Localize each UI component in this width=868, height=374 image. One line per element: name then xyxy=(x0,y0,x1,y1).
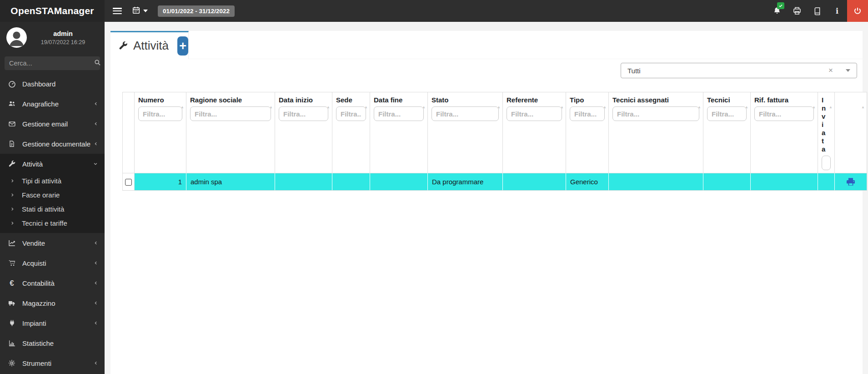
sidebar-item-vendite[interactable]: Vendite xyxy=(0,233,105,253)
filter-input-referente[interactable] xyxy=(507,106,562,121)
content-area: Attività + Tutti × Numero▲Ragione social… xyxy=(105,22,868,374)
sidebar-subitem-tecnici-e-tariffe[interactable]: Tecnici e tariffe xyxy=(0,216,105,230)
chevron-left-icon xyxy=(94,300,98,306)
column-label: Data fine xyxy=(374,96,424,104)
notifications-ok-badge xyxy=(777,2,784,9)
column-header-actions[interactable]: ▲ xyxy=(835,92,867,173)
chevron-left-icon xyxy=(94,320,98,326)
cell-sede xyxy=(332,173,370,191)
add-activity-button[interactable]: + xyxy=(177,36,188,56)
euro-icon: € xyxy=(7,279,17,287)
sidebar-item-label: Gestione email xyxy=(22,120,68,128)
sidebar-item-attivita[interactable]: Attività xyxy=(0,154,105,174)
sidebar-item-dashboard[interactable]: Dashboard xyxy=(0,74,105,94)
filter-input-tipo[interactable] xyxy=(570,106,605,121)
filter-input-inviata[interactable] xyxy=(822,156,831,170)
sidebar-item-label: Attività xyxy=(22,160,43,168)
column-header-rif_fattura[interactable]: Rif. fattura▲ xyxy=(751,92,818,173)
cart-icon xyxy=(7,259,17,267)
sidebar-item-label: Statistiche xyxy=(22,339,54,347)
user-login-datetime: 19/07/2022 16:29 xyxy=(27,39,99,45)
docs-book-icon[interactable] xyxy=(807,0,827,22)
sidebar-item-statistiche[interactable]: Statistiche xyxy=(0,333,105,353)
column-header-inviata[interactable]: Inviata▲ xyxy=(818,92,835,173)
filter-input-numero[interactable] xyxy=(138,106,182,121)
column-header-data_inizio[interactable]: Data inizio▲ xyxy=(275,92,332,173)
sidebar-item-acquisti[interactable]: Acquisti xyxy=(0,253,105,273)
period-picker[interactable] xyxy=(132,6,148,16)
table-row[interactable]: 1admin spaDa programmareGenerico xyxy=(123,173,867,191)
sidebar-item-label: Gestione documentale xyxy=(22,140,90,148)
state-filter-select[interactable]: Tutti × xyxy=(621,63,857,78)
column-header-numero[interactable]: Numero▲ xyxy=(135,92,186,173)
wrench-icon xyxy=(7,160,17,168)
sort-asc-icon: ▲ xyxy=(326,105,330,109)
sidebar-item-impianti[interactable]: Impianti xyxy=(0,313,105,333)
plug-icon xyxy=(7,319,17,327)
sidebar-item-label: Anagrafiche xyxy=(22,100,59,108)
notifications-bell-icon[interactable] xyxy=(767,0,787,22)
search-icon[interactable] xyxy=(94,59,101,68)
sidebar-item-magazzino[interactable]: Magazzino xyxy=(0,293,105,313)
sidebar-item-gestione-documentale[interactable]: Gestione documentale xyxy=(0,134,105,154)
sort-asc-icon: ▲ xyxy=(697,105,701,109)
sidebar-search xyxy=(5,56,100,70)
row-checkbox[interactable] xyxy=(125,179,132,186)
column-header-sede[interactable]: Sede▲ xyxy=(332,92,370,173)
cell-data_fine xyxy=(370,173,428,191)
cell-numero: 1 xyxy=(135,173,186,191)
sidebar-item-gestione-email[interactable]: Gestione email xyxy=(0,114,105,134)
sidebar-item-strumenti[interactable]: Strumenti xyxy=(0,353,105,373)
filter-input-data_fine[interactable] xyxy=(374,106,424,121)
print-icon[interactable] xyxy=(787,0,807,22)
sidebar-subitem-stati-di-attivita[interactable]: Stati di attività xyxy=(0,202,105,216)
tab-attivita[interactable]: Attività + xyxy=(110,31,189,59)
filter-input-tecnici[interactable] xyxy=(707,106,747,121)
sort-asc-icon: ▲ xyxy=(812,105,816,109)
calendar-icon xyxy=(132,6,140,16)
filter-input-data_inizio[interactable] xyxy=(279,106,328,121)
app-logo[interactable]: OpenSTAManager xyxy=(0,0,105,22)
search-input[interactable] xyxy=(9,60,94,67)
sidebar-subitem-fasce-orarie[interactable]: Fasce orarie xyxy=(0,188,105,202)
filter-input-stato[interactable] xyxy=(431,106,499,121)
column-header-tecnici_assegnati[interactable]: Tecnici assegnati▲ xyxy=(609,92,703,173)
chevron-left-icon xyxy=(94,240,98,246)
sidebar-item-contabilita[interactable]: €Contabilità xyxy=(0,273,105,293)
truck-icon xyxy=(7,299,17,307)
filter-input-sede[interactable] xyxy=(336,106,366,121)
sidebar-toggle-hamburger-icon[interactable] xyxy=(113,8,122,14)
sort-asc-icon: ▲ xyxy=(560,105,564,109)
column-label: Inviata xyxy=(822,96,831,153)
filter-input-tecnici_assegnati[interactable] xyxy=(612,106,699,121)
clear-selection-icon[interactable]: × xyxy=(826,66,836,75)
column-header-tecnici[interactable]: Tecnici▲ xyxy=(703,92,751,173)
sidebar-subitem-tipi-di-attivita[interactable]: Tipi di attività xyxy=(0,174,105,188)
cell-tipo: Generico xyxy=(566,173,609,191)
column-header-ragione_sociale[interactable]: Ragione sociale▲ xyxy=(186,92,275,173)
column-header-data_fine[interactable]: Data fine▲ xyxy=(370,92,428,173)
avatar xyxy=(6,27,27,48)
cell-data_inizio xyxy=(275,173,332,191)
sidebar-item-anagrafiche[interactable]: Anagrafiche xyxy=(0,94,105,114)
row-print-icon[interactable] xyxy=(845,177,856,187)
column-label: Tipo xyxy=(570,96,605,104)
column-header-stato[interactable]: Stato▲ xyxy=(428,92,503,173)
topbar-actions: i xyxy=(767,0,868,22)
sidebar-item-label: Acquisti xyxy=(22,259,46,267)
info-icon[interactable]: i xyxy=(827,0,847,22)
column-header-tipo[interactable]: Tipo▲ xyxy=(566,92,609,173)
filter-input-ragione_sociale[interactable] xyxy=(190,106,271,121)
chevron-right-icon xyxy=(10,178,17,183)
filter-input-rif_fattura[interactable] xyxy=(754,106,814,121)
sort-asc-icon: ▲ xyxy=(497,105,501,109)
gauge-icon xyxy=(7,80,17,88)
chevron-right-icon xyxy=(10,192,17,197)
sort-asc-icon: ▲ xyxy=(861,105,865,109)
date-range-badge[interactable]: 01/01/2022 - 31/12/2022 xyxy=(158,5,235,17)
column-label: Data inizio xyxy=(279,96,328,104)
logout-power-icon[interactable] xyxy=(847,0,868,22)
attivita-card: Attività + Tutti × Numero▲Ragione social… xyxy=(110,31,863,374)
users-icon xyxy=(7,100,17,108)
column-header-referente[interactable]: Referente▲ xyxy=(503,92,566,173)
